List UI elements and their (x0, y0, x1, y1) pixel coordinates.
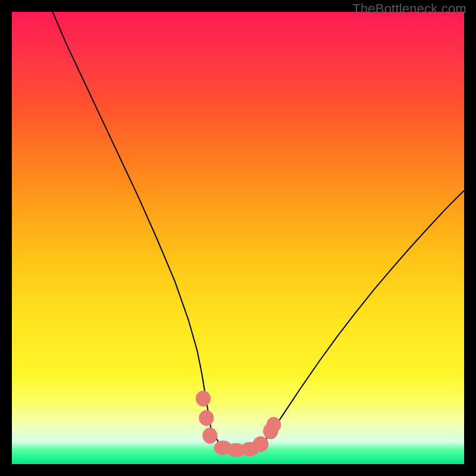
marker-dot (203, 428, 217, 444)
marker-dot (267, 417, 281, 433)
plot-area (12, 12, 464, 464)
main-curve (52, 12, 464, 450)
watermark-text: TheBottleneck.com (352, 1, 466, 17)
curve-svg (12, 12, 464, 464)
chart-frame: TheBottleneck.com (0, 0, 476, 476)
marker-dot (196, 391, 210, 406)
marker-dot (253, 437, 268, 452)
marker-dot (199, 411, 214, 426)
marker-group (196, 391, 281, 457)
